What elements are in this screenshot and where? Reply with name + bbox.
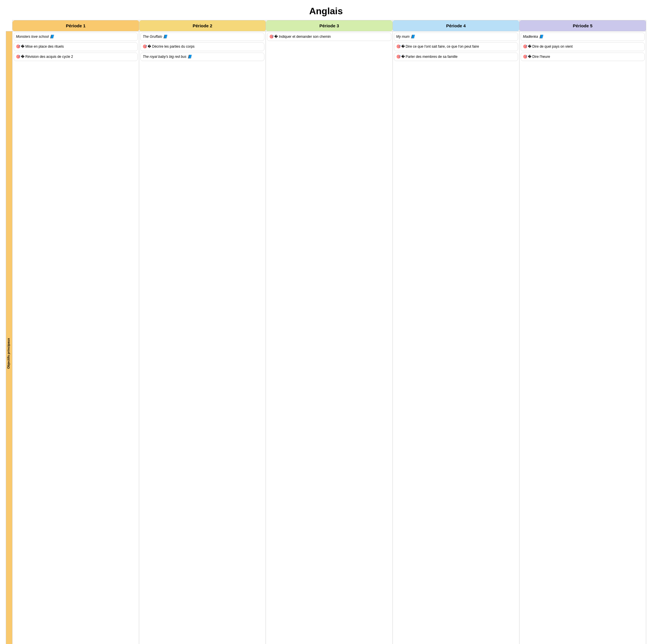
section-row-0: Objectifs principauxMonsters love school…	[6, 31, 646, 644]
period-header-1: Période 1	[12, 20, 139, 31]
cell-s0-p4: My mum 📘🎯� Dire ce que l'ont sait faire,…	[392, 31, 519, 644]
cell-item-s0-p1-i2: 🎯� Révision des acquis de cycle 2	[13, 53, 138, 61]
page-title: Anglais	[6, 6, 646, 17]
cell-item-s0-p1-i1: 🎯� Mise en place des rituels	[13, 43, 138, 51]
cell-item-s0-p3-i0: 🎯� Indiquer et demander son chemin	[267, 32, 391, 41]
period-header-2: Période 2	[139, 20, 266, 31]
cell-item-s0-p2-i2: The royal baby's big red bus 📘	[140, 53, 264, 61]
cell-item-s0-p5-i0: Madlenka 📘	[521, 32, 645, 41]
period-header-4: Période 4	[392, 20, 519, 31]
period-header-3: Période 3	[266, 20, 392, 31]
cell-item-s0-p5-i1: 🎯� Dire de quel pays on vient	[521, 43, 645, 51]
cell-s0-p2: The Gruffalo 📘🎯� Décrire les parties du …	[139, 31, 266, 644]
cell-item-s0-p4-i2: 🎯� Parler des membres de sa famille	[394, 53, 518, 61]
cell-item-s0-p4-i0: My mum 📘	[394, 32, 518, 41]
cell-s0-p5: Madlenka 📘🎯� Dire de quel pays on vient🎯…	[519, 31, 646, 644]
cell-s0-p1: Monsters love school 📘🎯� Mise en place d…	[12, 31, 139, 644]
cell-item-s0-p5-i2: 🎯� Dire l'heure	[521, 53, 645, 61]
cell-item-s0-p2-i1: 🎯� Décrire les parties du corps	[140, 43, 264, 51]
section-label-0: Objectifs principaux	[6, 31, 11, 644]
cell-item-s0-p4-i1: 🎯� Dire ce que l'ont sait faire, ce que …	[394, 43, 518, 51]
cell-item-s0-p2-i0: The Gruffalo 📘	[140, 32, 264, 41]
cell-s0-p3: 🎯� Indiquer et demander son chemin	[266, 31, 392, 644]
cell-item-s0-p1-i0: Monsters love school 📘	[13, 32, 138, 41]
period-header-5: Période 5	[519, 20, 646, 31]
